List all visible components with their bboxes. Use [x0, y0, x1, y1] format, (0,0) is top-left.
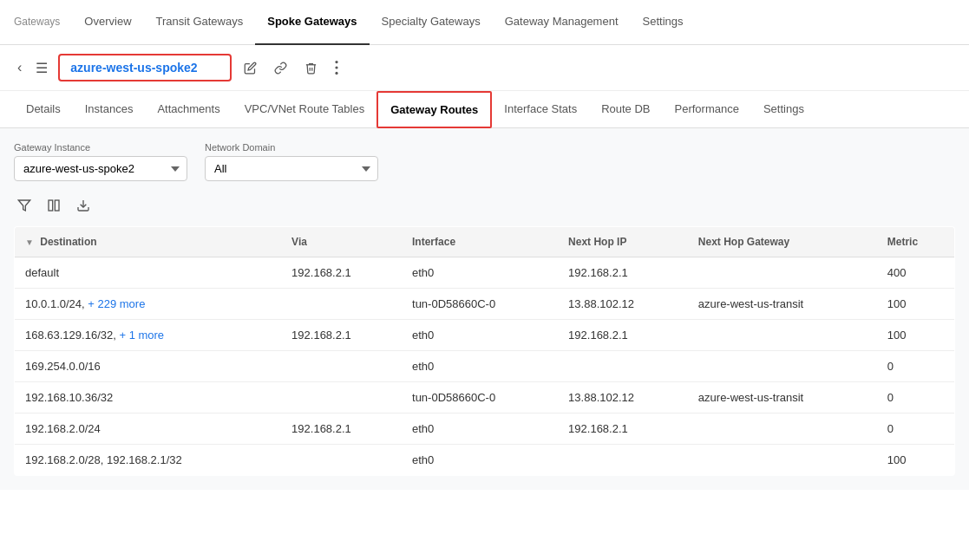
- subnav-route-db[interactable]: Route DB: [589, 92, 662, 127]
- cell-next-hop-ip: 192.168.2.1: [558, 257, 688, 289]
- subnav-instances[interactable]: Instances: [73, 92, 146, 127]
- action-icons-row: [14, 195, 955, 216]
- cell-destination: 169.254.0.0/16: [15, 351, 282, 382]
- cell-destination: 192.168.2.0/24: [15, 413, 282, 445]
- destination-text: 10.0.1.0/24,: [25, 297, 88, 310]
- gateway-instance-label: Gateway Instance: [14, 142, 187, 153]
- cell-next-hop-gateway: [688, 351, 877, 382]
- subnav-interface-stats[interactable]: Interface Stats: [492, 92, 589, 127]
- cell-next-hop-gateway: azure-west-us-transit: [688, 289, 877, 320]
- columns-icon-button[interactable]: [43, 195, 64, 216]
- col-header-interface: Interface: [402, 227, 558, 257]
- cell-via: 192.168.2.1: [281, 320, 402, 351]
- cell-metric: 0: [877, 351, 955, 382]
- cell-next-hop-ip: 13.88.102.12: [558, 382, 688, 413]
- col-header-via: Via: [281, 227, 402, 257]
- nav-item-overview[interactable]: Overview: [72, 0, 143, 45]
- table-row: 10.0.1.0/24, + 229 moretun-0D58660C-013.…: [15, 289, 955, 320]
- destination-text: 168.63.129.16/32,: [25, 329, 119, 342]
- nav-item-settings[interactable]: Settings: [631, 0, 696, 45]
- filter-icon-button[interactable]: [14, 195, 35, 216]
- cell-next-hop-gateway: [688, 257, 877, 289]
- cell-next-hop-ip: 192.168.2.1: [558, 320, 688, 351]
- svg-point-1: [336, 66, 338, 68]
- svg-rect-4: [49, 200, 53, 211]
- network-domain-select[interactable]: All: [205, 156, 378, 181]
- subnav-performance[interactable]: Performance: [663, 92, 751, 127]
- link-button[interactable]: [269, 58, 292, 78]
- cell-metric: 100: [877, 289, 955, 320]
- cell-destination: 10.0.1.0/24, + 229 more: [15, 289, 282, 320]
- cell-destination: 192.168.10.36/32: [15, 382, 282, 413]
- more-options-button[interactable]: [330, 57, 344, 78]
- nav-item-specialty-gateways[interactable]: Specialty Gateways: [370, 0, 493, 45]
- gateway-instance-select[interactable]: azure-west-us-spoke2: [14, 156, 187, 181]
- gateway-name: azure-west-us-spoke2: [58, 54, 232, 81]
- cell-next-hop-gateway: [688, 320, 877, 351]
- back-button[interactable]: ‹: [14, 56, 25, 79]
- download-icon-button[interactable]: [73, 195, 94, 216]
- cell-via: [281, 382, 402, 413]
- nav-item-transit-gateways[interactable]: Transit Gateways: [144, 0, 256, 45]
- col-header-metric: Metric: [877, 227, 955, 257]
- cell-metric: 100: [877, 445, 955, 476]
- subnav-attachments[interactable]: Attachments: [145, 92, 232, 127]
- cell-interface: eth0: [402, 257, 558, 289]
- sort-arrow-destination: ▼: [25, 238, 34, 247]
- cell-next-hop-ip: 13.88.102.12: [558, 289, 688, 320]
- subnav-gateway-routes[interactable]: Gateway Routes: [376, 91, 492, 128]
- toolbar: ‹ ☰ azure-west-us-spoke2: [0, 45, 969, 91]
- cell-interface: eth0: [402, 351, 558, 382]
- cell-interface: tun-0D58660C-0: [402, 289, 558, 320]
- cell-via: [281, 351, 402, 382]
- cell-interface: tun-0D58660C-0: [402, 382, 558, 413]
- nav-item-gateways-home[interactable]: Gateways: [14, 0, 72, 45]
- delete-button[interactable]: [299, 58, 323, 78]
- cell-interface: eth0: [402, 445, 558, 476]
- col-header-destination[interactable]: ▼ Destination: [15, 227, 282, 257]
- subnav-details[interactable]: Details: [14, 92, 73, 127]
- destination-extra-link[interactable]: + 1 more: [119, 329, 164, 342]
- table-row: 169.254.0.0/16eth00: [15, 351, 955, 382]
- cell-destination: 192.168.2.0/28, 192.168.2.1/32: [15, 445, 282, 476]
- cell-next-hop-ip: [558, 445, 688, 476]
- cell-next-hop-ip: [558, 351, 688, 382]
- col-header-next-hop-gateway: Next Hop Gateway: [688, 227, 877, 257]
- cell-metric: 0: [877, 382, 955, 413]
- subnav-vpc-vnet[interactable]: VPC/VNet Route Tables: [232, 92, 377, 127]
- subnav-settings[interactable]: Settings: [751, 92, 816, 127]
- nav-item-spoke-gateways[interactable]: Spoke Gateways: [255, 0, 369, 45]
- cell-metric: 100: [877, 320, 955, 351]
- svg-rect-5: [55, 200, 59, 211]
- cell-interface: eth0: [402, 320, 558, 351]
- svg-marker-3: [18, 200, 29, 211]
- cell-next-hop-ip: 192.168.2.1: [558, 413, 688, 445]
- table-row: 192.168.2.0/28, 192.168.2.1/32eth0100: [15, 445, 955, 476]
- cell-via: [281, 289, 402, 320]
- sub-navigation: Details Instances Attachments VPC/VNet R…: [0, 91, 969, 128]
- cell-next-hop-gateway: [688, 445, 877, 476]
- top-navigation: Gateways Overview Transit Gateways Spoke…: [0, 0, 969, 45]
- cell-metric: 400: [877, 257, 955, 289]
- table-row: 168.63.129.16/32, + 1 more192.168.2.1eth…: [15, 320, 955, 351]
- list-view-button[interactable]: ☰: [32, 56, 51, 80]
- cell-destination: 168.63.129.16/32, + 1 more: [15, 320, 282, 351]
- col-header-next-hop-ip: Next Hop IP: [558, 227, 688, 257]
- cell-via: 192.168.2.1: [281, 413, 402, 445]
- svg-point-0: [336, 61, 338, 63]
- cell-destination: default: [15, 257, 282, 289]
- cell-interface: eth0: [402, 413, 558, 445]
- filter-row: Gateway Instance azure-west-us-spoke2 Ne…: [14, 142, 955, 181]
- cell-metric: 0: [877, 413, 955, 445]
- network-domain-filter: Network Domain All: [205, 142, 378, 181]
- destination-extra-link[interactable]: + 229 more: [88, 297, 145, 310]
- nav-item-gateway-management[interactable]: Gateway Management: [493, 0, 631, 45]
- cell-via: [281, 445, 402, 476]
- cell-next-hop-gateway: [688, 413, 877, 445]
- cell-next-hop-gateway: azure-west-us-transit: [688, 382, 877, 413]
- network-domain-label: Network Domain: [205, 142, 378, 153]
- main-content: Gateway Instance azure-west-us-spoke2 Ne…: [0, 128, 969, 490]
- edit-button[interactable]: [239, 58, 262, 78]
- cell-via: 192.168.2.1: [281, 257, 402, 289]
- svg-point-2: [336, 72, 338, 75]
